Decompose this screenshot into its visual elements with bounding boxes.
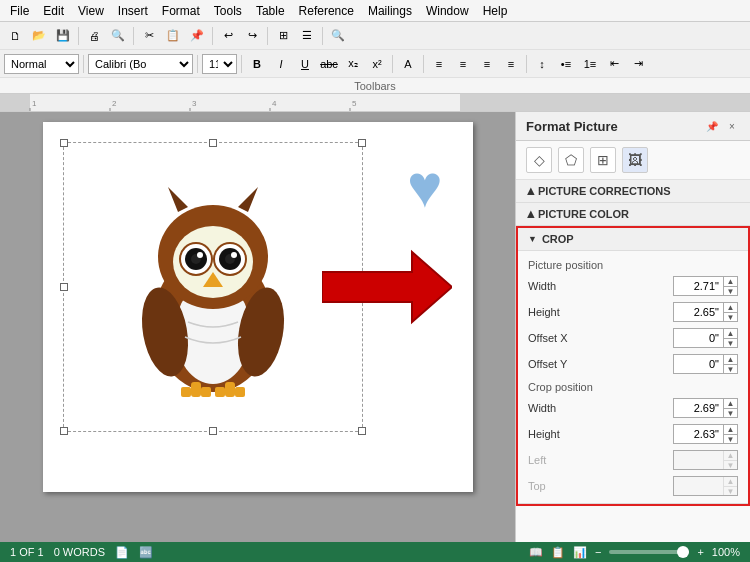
crop-top-label: Top <box>528 480 673 492</box>
redo-button[interactable]: ↪ <box>241 25 263 47</box>
subscript-button[interactable]: x₂ <box>342 53 364 75</box>
zoom-plus[interactable]: + <box>697 546 703 558</box>
crop-height-input[interactable]: 2.63" ▲ ▼ <box>673 424 738 444</box>
align-center-button[interactable]: ≡ <box>452 53 474 75</box>
menu-mailings[interactable]: Mailings <box>362 2 418 20</box>
crop-left-arrows: ▲ ▼ <box>723 451 737 469</box>
numbering-button[interactable]: 1≡ <box>579 53 601 75</box>
panel-icon-picture[interactable]: 🖼 <box>622 147 648 173</box>
pic-height-input[interactable]: 2.65" ▲ ▼ <box>673 302 738 322</box>
picture-corrections-header[interactable]: ▶ PICTURE CORRECTIONS <box>516 180 750 203</box>
pic-width-down[interactable]: ▼ <box>724 287 737 296</box>
offset-y-input[interactable]: 0" ▲ ▼ <box>673 354 738 374</box>
font-color-button[interactable]: A <box>397 53 419 75</box>
menu-insert[interactable]: Insert <box>112 2 154 20</box>
handle-top-middle[interactable] <box>209 139 217 147</box>
handle-bottom-middle[interactable] <box>209 427 217 435</box>
table-button[interactable]: ⊞ <box>272 25 294 47</box>
crop-width-arrows[interactable]: ▲ ▼ <box>723 399 737 417</box>
svg-text:3: 3 <box>192 99 197 108</box>
view-icon-3[interactable]: 📊 <box>573 546 587 559</box>
offset-x-arrows[interactable]: ▲ ▼ <box>723 329 737 347</box>
pic-width-input[interactable]: 2.71" ▲ ▼ <box>673 276 738 296</box>
offset-x-up[interactable]: ▲ <box>724 329 737 339</box>
new-button[interactable]: 🗋 <box>4 25 26 47</box>
handle-bottom-right[interactable] <box>358 427 366 435</box>
image-container[interactable] <box>63 142 363 432</box>
bold-button[interactable]: B <box>246 53 268 75</box>
superscript-button[interactable]: x² <box>366 53 388 75</box>
menu-reference[interactable]: Reference <box>293 2 360 20</box>
undo-button[interactable]: ↩ <box>217 25 239 47</box>
owl-image <box>113 177 313 397</box>
view-icon-2[interactable]: 📋 <box>551 546 565 559</box>
handle-middle-left[interactable] <box>60 283 68 291</box>
bullets-button[interactable]: •≡ <box>555 53 577 75</box>
handle-top-left[interactable] <box>60 139 68 147</box>
offset-y-down[interactable]: ▼ <box>724 365 737 374</box>
offset-y-up[interactable]: ▲ <box>724 355 737 365</box>
indent-more-button[interactable]: ⇥ <box>627 53 649 75</box>
underline-button[interactable]: U <box>294 53 316 75</box>
menu-tools[interactable]: Tools <box>208 2 248 20</box>
columns-button[interactable]: ☰ <box>296 25 318 47</box>
pic-width-arrows[interactable]: ▲ ▼ <box>723 277 737 295</box>
crop-width-input[interactable]: 2.69" ▲ ▼ <box>673 398 738 418</box>
line-spacing-button[interactable]: ↕ <box>531 53 553 75</box>
crop-header[interactable]: ▼ CROP <box>518 228 748 251</box>
word-count: 0 WORDS <box>54 546 105 558</box>
panel-pin-button[interactable]: 📌 <box>704 118 720 134</box>
crop-width-up[interactable]: ▲ <box>724 399 737 409</box>
pic-height-up[interactable]: ▲ <box>724 303 737 313</box>
print-button[interactable]: 🖨 <box>83 25 105 47</box>
pic-height-arrows[interactable]: ▲ ▼ <box>723 303 737 321</box>
panel-icon-layout[interactable]: ⊞ <box>590 147 616 173</box>
handle-bottom-left[interactable] <box>60 427 68 435</box>
crop-width-down[interactable]: ▼ <box>724 409 737 418</box>
picture-color-header[interactable]: ▶ PICTURE COLOR <box>516 203 750 226</box>
style-dropdown[interactable]: Normal <box>4 54 79 74</box>
offset-x-down[interactable]: ▼ <box>724 339 737 348</box>
italic-button[interactable]: I <box>270 53 292 75</box>
offset-y-arrows[interactable]: ▲ ▼ <box>723 355 737 373</box>
crop-height-arrows[interactable]: ▲ ▼ <box>723 425 737 443</box>
panel-header: Format Picture 📌 × <box>516 112 750 141</box>
cut-button[interactable]: ✂ <box>138 25 160 47</box>
open-button[interactable]: 📂 <box>28 25 50 47</box>
justify-button[interactable]: ≡ <box>500 53 522 75</box>
font-dropdown[interactable]: Calibri (Bo <box>88 54 193 74</box>
preview-button[interactable]: 🔍 <box>107 25 129 47</box>
zoom-thumb[interactable] <box>677 546 689 558</box>
zoom-minus[interactable]: − <box>595 546 601 558</box>
red-arrow <box>322 247 452 327</box>
menu-window[interactable]: Window <box>420 2 475 20</box>
zoom-button[interactable]: 🔍 <box>327 25 349 47</box>
zoom-slider[interactable] <box>609 550 689 554</box>
strikethrough-button[interactable]: abc <box>318 53 340 75</box>
align-right-button[interactable]: ≡ <box>476 53 498 75</box>
font-size-dropdown[interactable]: 11 <box>202 54 237 74</box>
menu-edit[interactable]: Edit <box>37 2 70 20</box>
menu-help[interactable]: Help <box>477 2 514 20</box>
copy-button[interactable]: 📋 <box>162 25 184 47</box>
panel-close-button[interactable]: × <box>724 118 740 134</box>
menu-table[interactable]: Table <box>250 2 291 20</box>
offset-x-input[interactable]: 0" ▲ ▼ <box>673 328 738 348</box>
toolbar-row-2: Normal Calibri (Bo 11 B I U abc x₂ x² A … <box>0 50 750 78</box>
pic-height-down[interactable]: ▼ <box>724 313 737 322</box>
menu-format[interactable]: Format <box>156 2 206 20</box>
menu-file[interactable]: File <box>4 2 35 20</box>
save-button[interactable]: 💾 <box>52 25 74 47</box>
paste-button[interactable]: 📌 <box>186 25 208 47</box>
panel-icon-shape[interactable]: ⬠ <box>558 147 584 173</box>
panel-icon-effects[interactable]: ◇ <box>526 147 552 173</box>
handle-top-right[interactable] <box>358 139 366 147</box>
crop-height-down[interactable]: ▼ <box>724 435 737 444</box>
align-left-button[interactable]: ≡ <box>428 53 450 75</box>
pic-width-up[interactable]: ▲ <box>724 277 737 287</box>
offset-x-row: Offset X 0" ▲ ▼ <box>528 325 738 351</box>
indent-less-button[interactable]: ⇤ <box>603 53 625 75</box>
crop-height-up[interactable]: ▲ <box>724 425 737 435</box>
view-icon-1[interactable]: 📖 <box>529 546 543 559</box>
menu-view[interactable]: View <box>72 2 110 20</box>
